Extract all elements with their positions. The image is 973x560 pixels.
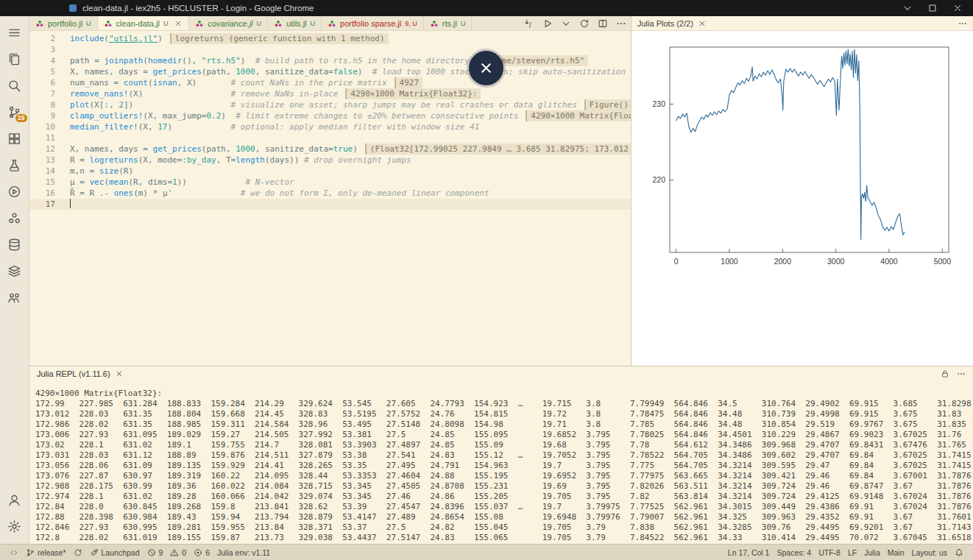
code-token: vec (90, 177, 105, 187)
activity-extensions[interactable] (0, 125, 29, 152)
close-icon[interactable] (115, 369, 124, 378)
account-icon (7, 493, 21, 507)
status-ports[interactable]: 6 (190, 545, 213, 560)
code-text: X, names, days = get_prices(path, 1000, … (70, 66, 626, 77)
status-problems-warnings[interactable]: 0 (166, 545, 190, 560)
code-token: 17 (158, 122, 167, 132)
code-token: , T (216, 155, 231, 165)
activity-search[interactable] (0, 72, 29, 99)
code-token: median_filter! (70, 122, 138, 132)
tab-rts-jl[interactable]: rts.jlU (424, 16, 473, 30)
status-sync-changes[interactable] (70, 545, 86, 560)
code-text: X, names, days = get_prices(path, 1000, … (70, 143, 358, 155)
activity-settings[interactable] (0, 513, 29, 539)
repl-panel: Julia REPL (v1.11.6) 4290×1000 Matrix{Fl… (29, 366, 973, 544)
code-line: 8plot(X[:, 2]) # visualize one asset; sh… (29, 99, 631, 110)
status-label: UTF-8 (818, 548, 841, 557)
lock-icon[interactable] (941, 369, 949, 378)
tab-search[interactable] (902, 3, 913, 13)
status-label: 0 (182, 548, 186, 557)
status-remote-indicator[interactable] (6, 545, 22, 560)
code-token: = (114, 78, 124, 88)
status-label: Julia (864, 548, 880, 557)
activity-julia[interactable] (0, 205, 29, 231)
more-actions-icon[interactable] (958, 19, 967, 28)
sync-icon (74, 548, 82, 557)
activity-account[interactable] (0, 486, 29, 513)
code-editor[interactable]: 2include("utils.jl")logreturns (generic … (29, 31, 631, 366)
target-icon (194, 548, 202, 557)
code-token: get_prices (153, 144, 202, 154)
activity-organization[interactable] (0, 284, 29, 311)
code-line: 6num_nans = count(isnan, X) # count NaNs… (29, 77, 631, 88)
svg-text:1000: 1000 (721, 257, 738, 266)
activity-explorer[interactable] (0, 46, 29, 72)
code-token: # visualize one asset; sharp jumps may b… (133, 100, 577, 110)
line-number: 14 (29, 166, 63, 177)
tab-utils-jl[interactable]: utils.jlU (268, 16, 322, 30)
status-notifications[interactable] (951, 545, 967, 560)
status-julia-module[interactable]: Main (884, 545, 908, 560)
code-text: include("utils.jl") (70, 33, 163, 44)
tab-portfolio-sparse-jl[interactable]: portfolio sparse.jl9, U (322, 16, 424, 30)
code-token: (), (182, 56, 202, 65)
status-keyboard-layout[interactable]: Layout: us (908, 545, 951, 560)
code-token: ]) (124, 100, 133, 110)
repl-line: 4290×1000 Matrix{Float32}: (35, 389, 973, 399)
status-label: Julia env: v1.11 (217, 548, 270, 557)
tab-portfolio-jl[interactable]: portfolio.jlU (29, 16, 98, 30)
tab-clean-data-jl[interactable]: clean-data.jlU (98, 16, 190, 30)
status-julia-env[interactable]: Julia env: v1.11 (213, 545, 274, 560)
line-number: 11 (29, 132, 63, 143)
julia-file-icon (328, 19, 336, 28)
database-icon (7, 238, 21, 252)
code-line: 5X, names, days = get_prices(path, 1000,… (29, 66, 631, 77)
status-eol[interactable]: LF (844, 545, 860, 560)
status-language-mode[interactable]: Julia (860, 545, 884, 560)
code-token: )) (177, 177, 187, 187)
more-icon[interactable] (957, 369, 966, 378)
close-overlay-button[interactable] (469, 51, 503, 85)
activity-database[interactable] (0, 231, 29, 258)
repl-output[interactable]: 4290×1000 Matrix{Float32}:172.99 227.985… (29, 381, 973, 544)
text-cursor (70, 199, 71, 208)
code-token: (path, (202, 144, 236, 154)
tab-label: utils.jl (286, 19, 307, 28)
code-line: 12X, names, days = get_prices(path, 1000… (29, 143, 631, 155)
activity-run-debug[interactable] (0, 178, 29, 205)
maximize[interactable] (927, 3, 938, 13)
code-text: R̃ = R .- ones(m) * μ' # we do not form … (70, 188, 489, 199)
svg-text:220: 220 (652, 175, 665, 184)
plots-panel-header: Julia Plots (2/2) (631, 16, 973, 31)
status-launchpad[interactable]: Launchpad (86, 545, 144, 560)
close-icon[interactable] (698, 19, 707, 28)
code-token: length (236, 155, 265, 165)
repl-line: 173.012 228.03 631.35 188.804 159.668 21… (35, 409, 973, 419)
code-token: num_nans (70, 78, 114, 88)
close-window[interactable] (952, 3, 963, 13)
activity-menu[interactable] (0, 19, 29, 46)
status-problems-errors[interactable]: 9 (144, 545, 167, 560)
svg-text:3000: 3000 (827, 257, 845, 266)
activity-layers[interactable] (0, 258, 29, 284)
code-text (70, 199, 71, 210)
activity-testing[interactable] (0, 152, 29, 178)
repl-tab[interactable]: Julia REPL (v1.11.6) (37, 369, 124, 378)
flask-icon (7, 158, 21, 172)
code-token: # count NaNs in the price matrix (197, 78, 386, 88)
status-encoding[interactable]: UTF-8 (815, 545, 844, 560)
code-text: μ = vec(mean(R, dims=1)) # N-vector (70, 177, 294, 188)
julia-file-icon (195, 19, 204, 28)
warning-icon (170, 548, 179, 557)
layers-icon (7, 264, 21, 278)
status-indentation[interactable]: Spaces: 4 (773, 545, 815, 560)
status-git-branch[interactable]: release* (22, 545, 70, 560)
plots-tab-label[interactable]: Julia Plots (2/2) (637, 19, 693, 28)
close-icon[interactable] (174, 19, 183, 28)
code-token: size (99, 166, 119, 176)
status-label: release* (38, 548, 66, 557)
code-token: , sanitize_data (255, 144, 328, 154)
activity-source-control[interactable]: 15 (0, 99, 29, 125)
tab-covariance-jl[interactable]: covariance.jlU (189, 16, 268, 30)
status-cursor-position[interactable]: Ln 17, Col 1 (724, 545, 774, 560)
